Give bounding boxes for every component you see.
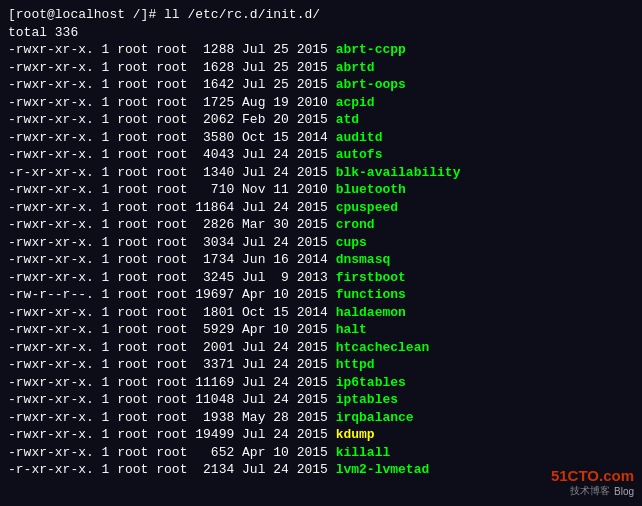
- watermark-blog: Blog: [614, 486, 634, 497]
- file-name: auditd: [336, 129, 383, 147]
- file-row: -rwxr-xr-x. 1 root root 4043 Jul 24 2015…: [8, 146, 634, 164]
- file-row: -rw-r--r--. 1 root root 19697 Apr 10 201…: [8, 286, 634, 304]
- file-row: -rwxr-xr-x. 1 root root 2826 Mar 30 2015…: [8, 216, 634, 234]
- file-name: atd: [336, 111, 359, 129]
- file-perms: -rwxr-xr-x. 1 root root 11048 Jul 24 201…: [8, 391, 336, 409]
- file-perms: -r-xr-xr-x. 1 root root 1340 Jul 24 2015: [8, 164, 336, 182]
- file-name: haldaemon: [336, 304, 406, 322]
- watermark: 51CTO.com 技术博客 Blog: [551, 467, 634, 498]
- file-perms: -rwxr-xr-x. 1 root root 3580 Oct 15 2014: [8, 129, 336, 147]
- watermark-site: 51CTO.com: [551, 467, 634, 484]
- file-name: halt: [336, 321, 367, 339]
- file-name: ip6tables: [336, 374, 406, 392]
- file-row: -rwxr-xr-x. 1 root root 3580 Oct 15 2014…: [8, 129, 634, 147]
- file-row: -rwxr-xr-x. 1 root root 2001 Jul 24 2015…: [8, 339, 634, 357]
- file-perms: -rwxr-xr-x. 1 root root 710 Nov 11 2010: [8, 181, 336, 199]
- file-name: autofs: [336, 146, 383, 164]
- file-perms: -rwxr-xr-x. 1 root root 11864 Jul 24 201…: [8, 199, 336, 217]
- file-row: -rwxr-xr-x. 1 root root 1938 May 28 2015…: [8, 409, 634, 427]
- file-name: crond: [336, 216, 375, 234]
- file-name: lvm2-lvmetad: [336, 461, 430, 479]
- file-list: -rwxr-xr-x. 1 root root 1288 Jul 25 2015…: [8, 41, 634, 479]
- file-perms: -rwxr-xr-x. 1 root root 3371 Jul 24 2015: [8, 356, 336, 374]
- file-row: -rwxr-xr-x. 1 root root 5929 Apr 10 2015…: [8, 321, 634, 339]
- file-row: -rwxr-xr-x. 1 root root 1801 Oct 15 2014…: [8, 304, 634, 322]
- file-perms: -rwxr-xr-x. 1 root root 1288 Jul 25 2015: [8, 41, 336, 59]
- file-perms: -r-xr-xr-x. 1 root root 2134 Jul 24 2015: [8, 461, 336, 479]
- file-row: -rwxr-xr-x. 1 root root 1725 Aug 19 2010…: [8, 94, 634, 112]
- file-name: httpd: [336, 356, 375, 374]
- file-perms: -rwxr-xr-x. 1 root root 2826 Mar 30 2015: [8, 216, 336, 234]
- file-name: abrtd: [336, 59, 375, 77]
- file-row: -rwxr-xr-x. 1 root root 11169 Jul 24 201…: [8, 374, 634, 392]
- file-name: cups: [336, 234, 367, 252]
- file-name: firstboot: [336, 269, 406, 287]
- file-perms: -rwxr-xr-x. 1 root root 3245 Jul 9 2013: [8, 269, 336, 287]
- file-name: dnsmasq: [336, 251, 391, 269]
- file-perms: -rwxr-xr-x. 1 root root 1801 Oct 15 2014: [8, 304, 336, 322]
- file-name: cpuspeed: [336, 199, 398, 217]
- file-row: -rwxr-xr-x. 1 root root 1288 Jul 25 2015…: [8, 41, 634, 59]
- file-name: iptables: [336, 391, 398, 409]
- file-name: functions: [336, 286, 406, 304]
- file-perms: -rwxr-xr-x. 1 root root 3034 Jul 24 2015: [8, 234, 336, 252]
- file-row: -rwxr-xr-x. 1 root root 3034 Jul 24 2015…: [8, 234, 634, 252]
- file-row: -rwxr-xr-x. 1 root root 1642 Jul 25 2015…: [8, 76, 634, 94]
- file-row: -rwxr-xr-x. 1 root root 2062 Feb 20 2015…: [8, 111, 634, 129]
- file-perms: -rwxr-xr-x. 1 root root 1628 Jul 25 2015: [8, 59, 336, 77]
- file-perms: -rwxr-xr-x. 1 root root 1734 Jun 16 2014: [8, 251, 336, 269]
- file-name: abrt-oops: [336, 76, 406, 94]
- file-name: bluetooth: [336, 181, 406, 199]
- file-name: acpid: [336, 94, 375, 112]
- prompt-text: [root@localhost /]# ll /etc/rc.d/init.d/: [8, 6, 320, 24]
- file-row: -rwxr-xr-x. 1 root root 1734 Jun 16 2014…: [8, 251, 634, 269]
- file-row: -rwxr-xr-x. 1 root root 11048 Jul 24 201…: [8, 391, 634, 409]
- file-perms: -rwxr-xr-x. 1 root root 2062 Feb 20 2015: [8, 111, 336, 129]
- file-name: htcacheclean: [336, 339, 430, 357]
- file-perms: -rwxr-xr-x. 1 root root 19499 Jul 24 201…: [8, 426, 336, 444]
- file-row: -r-xr-xr-x. 1 root root 2134 Jul 24 2015…: [8, 461, 634, 479]
- total-text: total 336: [8, 24, 78, 42]
- file-perms: -rwxr-xr-x. 1 root root 1938 May 28 2015: [8, 409, 336, 427]
- file-perms: -rwxr-xr-x. 1 root root 5929 Apr 10 2015: [8, 321, 336, 339]
- file-perms: -rwxr-xr-x. 1 root root 4043 Jul 24 2015: [8, 146, 336, 164]
- file-row: -rwxr-xr-x. 1 root root 3245 Jul 9 2013 …: [8, 269, 634, 287]
- terminal-window: [root@localhost /]# ll /etc/rc.d/init.d/…: [0, 0, 642, 506]
- file-perms: -rwxr-xr-x. 1 root root 2001 Jul 24 2015: [8, 339, 336, 357]
- watermark-label: 技术博客: [570, 484, 610, 498]
- file-perms: -rwxr-xr-x. 1 root root 652 Apr 10 2015: [8, 444, 336, 462]
- file-name: kdump: [336, 426, 375, 444]
- file-row: -rwxr-xr-x. 1 root root 11864 Jul 24 201…: [8, 199, 634, 217]
- file-row: -r-xr-xr-x. 1 root root 1340 Jul 24 2015…: [8, 164, 634, 182]
- prompt-line: [root@localhost /]# ll /etc/rc.d/init.d/: [8, 6, 634, 24]
- file-perms: -rwxr-xr-x. 1 root root 1725 Aug 19 2010: [8, 94, 336, 112]
- file-row: -rwxr-xr-x. 1 root root 19499 Jul 24 201…: [8, 426, 634, 444]
- file-perms: -rw-r--r--. 1 root root 19697 Apr 10 201…: [8, 286, 336, 304]
- total-line: total 336: [8, 24, 634, 42]
- file-name: abrt-ccpp: [336, 41, 406, 59]
- file-perms: -rwxr-xr-x. 1 root root 1642 Jul 25 2015: [8, 76, 336, 94]
- file-row: -rwxr-xr-x. 1 root root 3371 Jul 24 2015…: [8, 356, 634, 374]
- file-name: irqbalance: [336, 409, 414, 427]
- file-name: killall: [336, 444, 391, 462]
- file-row: -rwxr-xr-x. 1 root root 710 Nov 11 2010 …: [8, 181, 634, 199]
- file-row: -rwxr-xr-x. 1 root root 1628 Jul 25 2015…: [8, 59, 634, 77]
- file-name: blk-availability: [336, 164, 461, 182]
- file-perms: -rwxr-xr-x. 1 root root 11169 Jul 24 201…: [8, 374, 336, 392]
- file-row: -rwxr-xr-x. 1 root root 652 Apr 10 2015 …: [8, 444, 634, 462]
